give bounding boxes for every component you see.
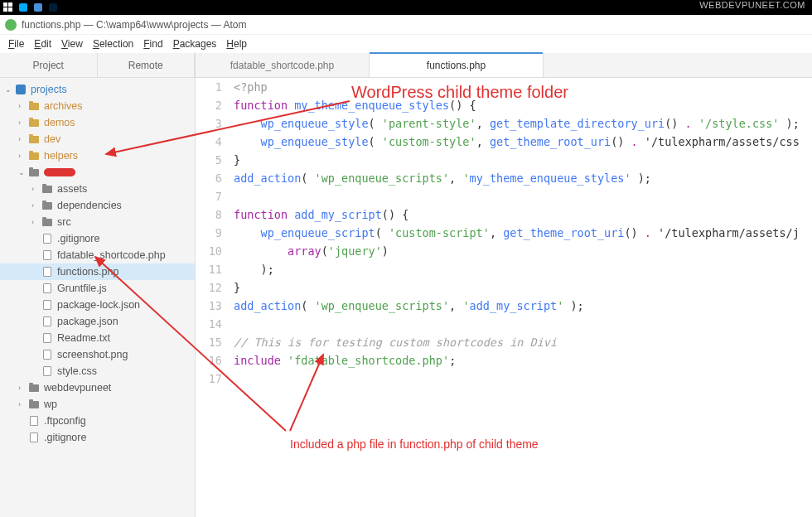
tree-item[interactable]: ›dependencies [0, 197, 195, 214]
tree-item-label: .ftpconfig [44, 415, 86, 427]
folder-icon [41, 183, 53, 195]
chevron-icon: › [18, 135, 27, 143]
tree-item-label: helpers [44, 150, 78, 162]
tree-item[interactable]: fdatable_shortcode.php [0, 247, 195, 263]
menu-help[interactable]: Help [221, 36, 252, 51]
chevron-down-icon: ⌄ [5, 85, 13, 94]
tree-item[interactable]: ›dev [0, 131, 195, 147]
file-icon [28, 415, 40, 427]
chevron-icon: › [18, 152, 27, 160]
svg-rect-4 [16, 85, 26, 94]
tree-item[interactable]: package-lock.json [0, 297, 195, 313]
tree-item[interactable]: functions.php [0, 263, 195, 280]
editor-tabs: fdatable_shortcode.php functions.php [196, 53, 812, 78]
folder-icon [28, 382, 40, 394]
line-gutter: 1234567891011121314151617 [196, 78, 232, 517]
chevron-icon: › [31, 218, 40, 226]
tree-item[interactable]: ›webdevpuneet [0, 379, 195, 396]
tree-item-label: wp [44, 399, 57, 410]
sidebar-tab-project[interactable]: Project [0, 53, 98, 77]
tree-item[interactable]: ›helpers [0, 147, 195, 164]
folder-icon [41, 200, 53, 211]
window-titlebar: functions.php — C:\wamp64\www\projects —… [0, 15, 812, 35]
editor-area: fdatable_shortcode.php functions.php 123… [196, 53, 812, 517]
tree-item-label: .gitignore [57, 233, 99, 244]
tree-item[interactable]: ›archives [0, 98, 195, 114]
window-title: functions.php — C:\wamp64\www\projects —… [22, 19, 246, 31]
tree-item[interactable]: ›assets [0, 181, 195, 197]
svg-rect-1 [8, 2, 12, 7]
project-icon [15, 84, 27, 95]
tree-item[interactable]: .gitignore [0, 230, 195, 247]
taskbar-app-icon[interactable] [17, 1, 30, 14]
watermark-text: WEBDEVPUNEET.COM [699, 0, 805, 10]
tree-item[interactable]: ›wp [0, 396, 195, 413]
tree-item[interactable]: .ftpconfig [0, 413, 195, 429]
tree-item-label: Readme.txt [57, 332, 110, 344]
folder-icon [28, 167, 40, 178]
file-icon [41, 332, 53, 344]
chevron-icon: › [18, 118, 27, 127]
tree-item-label: src [57, 216, 71, 228]
tree-item-label: dependencies [57, 200, 122, 211]
svg-rect-3 [8, 7, 12, 12]
file-icon [41, 316, 53, 327]
tree-item[interactable]: screenshot.png [0, 346, 195, 363]
chevron-icon: › [31, 201, 40, 210]
tree-item[interactable]: style.css [0, 363, 195, 379]
file-icon [41, 283, 53, 294]
file-icon [41, 266, 53, 278]
folder-icon [28, 399, 40, 410]
tree-root[interactable]: ⌄ projects [0, 81, 195, 98]
sidebar-tab-remote[interactable]: Remote [98, 53, 196, 77]
file-icon [28, 432, 40, 443]
menu-edit[interactable]: Edit [29, 36, 56, 51]
tree-item-label: package-lock.json [57, 299, 140, 311]
code-content[interactable]: <?phpfunction my_theme_enqueue_styles() … [232, 78, 812, 517]
win-start-icon[interactable] [2, 1, 15, 14]
tree-item-label: assets [57, 183, 87, 195]
code-editor[interactable]: 1234567891011121314151617 <?phpfunction … [196, 78, 812, 517]
tree-item[interactable]: ⌄ [0, 164, 195, 181]
tree-item-label: fdatable_shortcode.php [57, 249, 166, 261]
tree-item-label: archives [44, 100, 83, 112]
tree-item-label: dev [44, 133, 60, 145]
tree-item[interactable]: Readme.txt [0, 330, 195, 346]
menu-selection[interactable]: Selection [88, 36, 138, 51]
tree-item-label: functions.php [57, 266, 118, 278]
folder-icon [41, 216, 53, 228]
chevron-icon: › [18, 384, 27, 392]
menu-file[interactable]: File [3, 36, 29, 51]
tree-item-label: package.json [57, 316, 118, 327]
tree-item[interactable]: package.json [0, 313, 195, 330]
file-tree: ⌄ projects ›archives›demos›dev›helpers⌄›… [0, 78, 195, 517]
menu-bar: File Edit View Selection Find Packages H… [0, 35, 812, 53]
tree-item[interactable]: ›demos [0, 114, 195, 131]
taskbar-app-icon[interactable] [46, 1, 60, 14]
editor-tab[interactable]: functions.php [370, 53, 544, 77]
editor-tab[interactable]: fdatable_shortcode.php [196, 53, 370, 77]
folder-open-icon [28, 150, 40, 162]
svg-rect-2 [3, 7, 7, 12]
os-taskbar [0, 0, 812, 15]
svg-rect-0 [3, 2, 7, 7]
file-icon [41, 365, 53, 377]
taskbar-app-icon[interactable] [31, 1, 45, 14]
menu-packages[interactable]: Packages [168, 36, 222, 51]
tree-item[interactable]: .gitignore [0, 429, 195, 446]
menu-view[interactable]: View [56, 36, 88, 51]
sidebar: Project Remote ⌄ projects ›archives›demo… [0, 53, 196, 517]
menu-find[interactable]: Find [138, 36, 167, 51]
tree-item-label: webdevpuneet [44, 382, 111, 394]
file-icon [41, 249, 53, 261]
folder-open-icon [28, 100, 40, 112]
folder-open-icon [28, 133, 40, 145]
tree-item[interactable]: ›src [0, 214, 195, 230]
tree-item-label: .gitignore [44, 432, 86, 443]
tree-root-label: projects [31, 84, 67, 95]
file-icon [41, 233, 53, 244]
redacted-folder-name [44, 168, 75, 176]
chevron-icon: ⌄ [18, 168, 27, 176]
chevron-icon: › [18, 400, 27, 408]
tree-item[interactable]: Gruntfile.js [0, 280, 195, 297]
